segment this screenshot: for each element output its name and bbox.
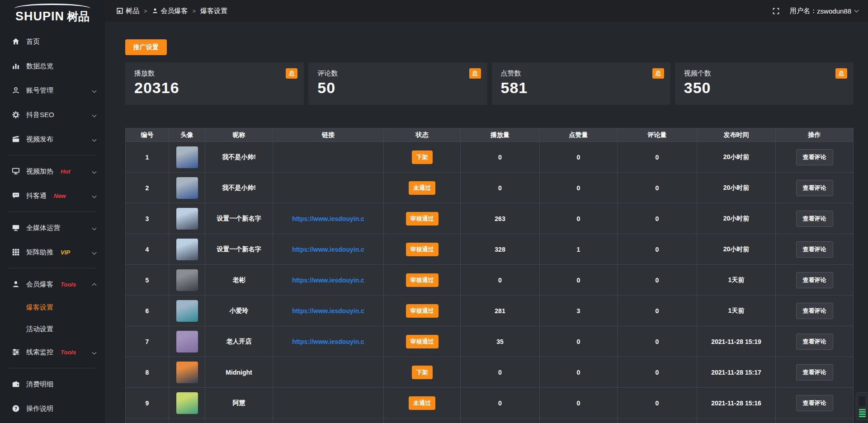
- cell-action: 查看评论: [775, 264, 853, 295]
- total-badge: 总: [286, 68, 297, 79]
- sidebar-item-account-manage[interactable]: 账号管理: [0, 78, 105, 103]
- cell-plays: 0: [460, 172, 539, 203]
- sidebar-divider: [8, 368, 97, 368]
- avatar: [176, 362, 198, 383]
- cell-time: 2021-11-28 15:19: [697, 326, 775, 357]
- view-comments-button[interactable]: 查看评论: [796, 303, 833, 319]
- sidebar-item-tag: Tools: [61, 349, 76, 356]
- sidebar-item-matrix-boost[interactable]: 矩阵助推VIP: [0, 240, 105, 264]
- view-comments-button[interactable]: 查看评论: [796, 211, 833, 227]
- cell-nickname: 我不是小帅!: [205, 141, 273, 172]
- avatar: [176, 300, 198, 322]
- sidebar-item-douketong[interactable]: 抖客通New: [0, 183, 105, 208]
- stat-cards: 播放数20316总评论数50总点赞数581总视频个数350总: [125, 62, 854, 105]
- cell-comments: 0: [617, 141, 697, 172]
- sidebar-item-label: 抖音SEO: [26, 111, 54, 119]
- sidebar-item-video-heating[interactable]: 视频加热Hot: [0, 159, 105, 183]
- stat-card: 点赞数581总: [492, 62, 670, 105]
- cell-status: 下架: [383, 357, 460, 387]
- breadcrumb-separator: >: [144, 8, 147, 14]
- sidebar-item-douyin-seo[interactable]: 抖音SEO: [0, 103, 105, 127]
- cell-plays: 0: [460, 141, 539, 172]
- cell-link: https://www.iesdouyin.c: [273, 326, 383, 357]
- cell-status: 审核通过: [383, 295, 460, 326]
- cell-action: [775, 418, 853, 423]
- column-header: 昵称: [205, 128, 273, 141]
- view-comments-button[interactable]: 查看评论: [796, 334, 833, 350]
- total-badge: 总: [835, 68, 847, 79]
- profile-link[interactable]: https://www.iesdouyin.c: [292, 246, 364, 253]
- cell-action: 查看评论: [775, 357, 853, 387]
- cell-action: 查看评论: [775, 234, 853, 264]
- status-badge: 审核通过: [406, 243, 439, 256]
- cell-likes: [539, 418, 617, 423]
- sidebar-item-consume-detail[interactable]: 消费明细: [0, 372, 105, 396]
- sidebar-item-tag: Hot: [61, 168, 71, 175]
- fullscreen-icon[interactable]: [772, 7, 780, 15]
- cell-avatar: [169, 172, 205, 203]
- cell-nickname: Midnight: [205, 357, 273, 387]
- sidebar-item-omni-media[interactable]: 全媒体运营: [0, 216, 105, 240]
- breadcrumb-item-member[interactable]: 会员爆客: [152, 7, 188, 15]
- cell-likes: 0: [539, 387, 617, 418]
- table-row: 9阿慧未通过0002021-11-28 15:16查看评论: [126, 387, 853, 418]
- sidebar-item-tag: Tools: [61, 281, 76, 288]
- view-comments-button[interactable]: 查看评论: [796, 180, 833, 196]
- sidebar-item-label: 操作说明: [26, 404, 53, 413]
- cell-link: https://www.iesdouyin.c: [273, 203, 383, 234]
- display-icon: [12, 167, 20, 175]
- stat-card: 播放数20316总: [125, 62, 304, 105]
- cell-likes: 1: [539, 234, 617, 264]
- promo-settings-button[interactable]: 推广设置: [125, 39, 167, 55]
- cell-id: 9: [126, 387, 169, 418]
- table-row: 3设置一个新名字https://www.iesdouyin.c审核通过26300…: [126, 203, 853, 234]
- bar-chart-icon: [12, 62, 20, 70]
- profile-link[interactable]: https://www.iesdouyin.c: [292, 338, 364, 345]
- view-comments-button[interactable]: 查看评论: [796, 364, 833, 381]
- profile-link[interactable]: https://www.iesdouyin.c: [292, 215, 364, 222]
- sidebar-item-clue-monitor[interactable]: 线索监控Tools: [0, 340, 105, 364]
- username-value[interactable]: zswodun88: [817, 7, 851, 15]
- column-header: 发布时间: [697, 128, 775, 141]
- stat-card-label: 播放数: [134, 69, 295, 78]
- cell-id: [126, 418, 169, 423]
- service-widget[interactable]: [856, 392, 868, 420]
- chevron-down-icon: [92, 137, 97, 141]
- sidebar-item-member-baoke[interactable]: 会员爆客Tools: [0, 272, 105, 296]
- sidebar-subitem-activity-settings[interactable]: 活动设置: [0, 318, 105, 340]
- profile-link[interactable]: https://www.iesdouyin.c: [292, 277, 364, 284]
- user-menu-caret-icon[interactable]: [854, 8, 859, 12]
- member-icon: [12, 280, 20, 288]
- svg-text:?: ?: [14, 406, 17, 411]
- breadcrumb-item-current[interactable]: 爆客设置: [200, 7, 227, 15]
- sidebar-item-tag: VIP: [61, 249, 70, 256]
- stat-card-value: 581: [501, 79, 661, 97]
- breadcrumb-item-shupin[interactable]: 树品: [117, 7, 139, 15]
- cell-link: [273, 418, 383, 423]
- cell-time: 20小时前: [697, 234, 775, 264]
- chevron-up-icon: [92, 283, 97, 287]
- cell-comments: 0: [617, 295, 697, 326]
- sidebar-item-video-publish[interactable]: 视频发布: [0, 127, 105, 151]
- table-row: [126, 418, 853, 423]
- chevron-down-icon: [92, 350, 97, 354]
- sidebar-item-home[interactable]: 首页: [0, 29, 105, 54]
- cell-avatar: [169, 326, 205, 357]
- view-comments-button[interactable]: 查看评论: [796, 272, 833, 288]
- view-comments-button[interactable]: 查看评论: [796, 241, 833, 258]
- sidebar-item-data-overview[interactable]: 数据总览: [0, 54, 105, 78]
- breadcrumb-separator: >: [193, 8, 196, 14]
- stat-card-value: 50: [317, 79, 478, 97]
- sidebar-subitem-baoke-settings[interactable]: 爆客设置: [0, 296, 105, 318]
- view-comments-button[interactable]: 查看评论: [796, 395, 833, 411]
- profile-link[interactable]: https://www.iesdouyin.c: [292, 307, 364, 315]
- cell-plays: 0: [460, 357, 539, 387]
- cell-time: 20小时前: [697, 203, 775, 234]
- stat-card: 评论数50总: [308, 62, 487, 105]
- videos-table: 编号头像昵称链接状态播放量点赞量评论量发布时间操作 1我不是小帅!下架00020…: [125, 128, 854, 423]
- person-icon: [152, 8, 158, 14]
- cell-likes: 0: [539, 141, 617, 172]
- view-comments-button[interactable]: 查看评论: [796, 149, 833, 165]
- cell-link: https://www.iesdouyin.c: [273, 264, 383, 295]
- sidebar-item-operation-guide[interactable]: ?操作说明: [0, 396, 105, 421]
